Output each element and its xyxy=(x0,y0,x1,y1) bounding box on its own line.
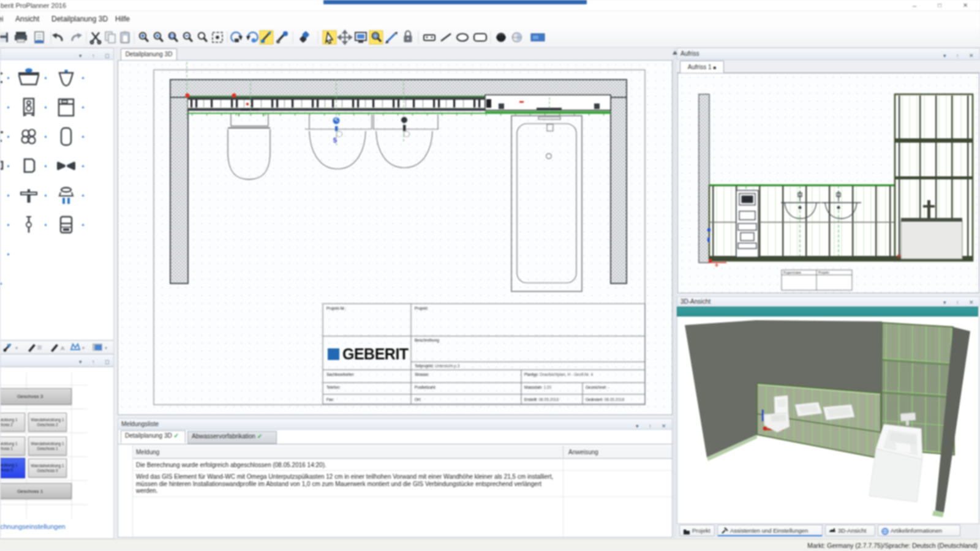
svg-text:GEBERIT: GEBERIT xyxy=(342,345,409,362)
svg-text:Projekt-Nr.:: Projekt-Nr.: xyxy=(326,306,347,311)
svg-text:Erstellt: 08.05.2016: Erstellt: 08.05.2016 xyxy=(524,397,559,402)
svg-text:Beschreibung: Beschreibung xyxy=(415,338,439,343)
svg-text:▾: ▾ xyxy=(15,345,18,351)
svg-text:Sachbearbeiter:: Sachbearbeiter: xyxy=(326,372,355,377)
svg-text:Plantyp: Draufsichtplan, H - G: Plantyp: Draufsichtplan, H - Geofl.Nr. 4 xyxy=(524,372,593,377)
svg-text:Postleitzahl:: Postleitzahl: xyxy=(415,385,436,389)
svg-text:Telefon:: Telefon: xyxy=(326,385,341,389)
svg-text:Projekt:: Projekt: xyxy=(415,306,428,311)
svg-text:Massstab: 1:20: Massstab: 1:20 xyxy=(524,385,551,389)
svg-text:A: A xyxy=(61,345,65,351)
svg-text:Teilprojekt: Untersicht-p 3: Teilprojekt: Untersicht-p 3 xyxy=(415,364,460,369)
svg-text:Fugenmass: Fugenmass xyxy=(783,271,801,274)
svg-text:Ort:: Ort: xyxy=(415,397,421,402)
svg-text:5: 5 xyxy=(333,137,337,144)
svg-text:▾: ▾ xyxy=(82,345,85,351)
svg-text:Projekt:: Projekt: xyxy=(818,271,830,274)
svg-text:Geändert: 08.05.2016: Geändert: 08.05.2016 xyxy=(586,397,625,402)
svg-text:▾: ▾ xyxy=(105,345,107,351)
svg-text:Gezeichnet: -: Gezeichnet: - xyxy=(586,385,609,389)
svg-text:Fax:: Fax: xyxy=(326,397,334,402)
svg-text:Strasse:: Strasse: xyxy=(415,372,429,377)
